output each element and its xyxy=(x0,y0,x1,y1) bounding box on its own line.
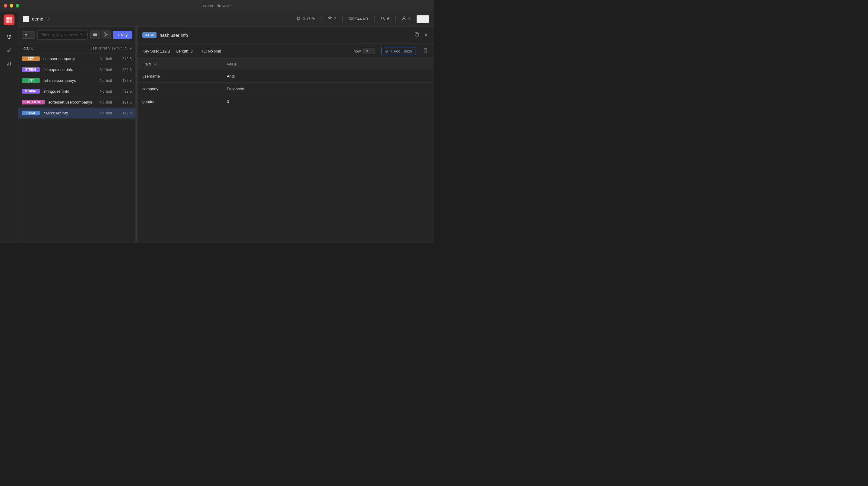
close-button[interactable] xyxy=(4,4,7,7)
svg-rect-2 xyxy=(6,20,9,23)
type-badge-hash: HASH xyxy=(22,111,40,115)
minimize-button[interactable] xyxy=(10,4,13,7)
menu-button[interactable]: ⋮ xyxy=(416,15,429,23)
key-size-label: Key Size: xyxy=(142,49,159,53)
key-ttl: No limit xyxy=(100,57,112,61)
connections-value: 2 xyxy=(334,17,336,21)
ttl-refresh-button[interactable]: ↻ xyxy=(363,48,375,54)
sidebar-item-edit[interactable] xyxy=(4,45,14,56)
key-size: 312 B xyxy=(117,57,132,61)
filter-button[interactable] xyxy=(22,31,35,39)
keys-stat: 6 xyxy=(375,16,396,22)
refresh-dropdown[interactable]: ▾ xyxy=(130,46,132,51)
delete-row-button[interactable] xyxy=(423,86,429,92)
detail-type-badge: HASH xyxy=(142,32,157,38)
plus-icon: ⊕ xyxy=(385,49,389,53)
clients-stat: 3 xyxy=(396,16,416,22)
list-view-button[interactable] xyxy=(90,30,100,39)
table-row[interactable]: company Facebook xyxy=(137,83,434,95)
main-content: ← demo ⓘ 0.17 % xyxy=(18,11,434,243)
tree-view-button[interactable] xyxy=(101,30,111,39)
ttl-label: TTL: xyxy=(199,49,207,53)
length-label: Length: xyxy=(177,49,189,53)
svg-rect-24 xyxy=(104,35,105,36)
app-logo xyxy=(4,15,14,25)
key-name: set:user:companys xyxy=(43,56,100,61)
memory-stat: 944 KB xyxy=(343,16,375,22)
cpu-value: 0.17 % xyxy=(303,17,315,21)
detail-meta: Key Size: 112 B Length: 3 TTL: No limit … xyxy=(137,44,434,59)
type-badge-string: STRING xyxy=(22,67,40,72)
svg-rect-0 xyxy=(6,17,9,20)
delete-key-button[interactable] xyxy=(422,47,429,55)
field-search-button[interactable] xyxy=(153,62,157,67)
refresh-info: Last refresh: 19 min ↻ ▾ xyxy=(91,46,132,51)
window-title: demo - Browser xyxy=(203,4,231,8)
add-fields-label: + Add Fields xyxy=(390,49,412,53)
ttl-selector: now ↻ xyxy=(353,48,375,54)
edit-row-button[interactable] xyxy=(413,86,420,92)
body-split: + Key Total: 6 Last refresh: 19 min ↻ ▾ … xyxy=(18,27,434,243)
key-list-toolbar: + Key xyxy=(18,27,135,44)
connections-stat: 2 xyxy=(321,16,343,22)
svg-rect-5 xyxy=(7,64,8,65)
table-row[interactable]: username Andi xyxy=(137,70,434,83)
svg-point-12 xyxy=(329,18,330,19)
key-row[interactable]: STRING bitmaps:user:info No limit 224 B xyxy=(18,64,135,75)
ttl-value: No limit xyxy=(208,49,221,53)
svg-rect-23 xyxy=(104,33,105,34)
edit-row-button[interactable] xyxy=(413,98,420,105)
length-value: 3 xyxy=(191,49,193,53)
add-key-button[interactable]: + Key xyxy=(113,31,132,39)
key-row[interactable]: SORTED SET sortedset:user:companys No li… xyxy=(18,97,135,108)
ttl-meta: TTL: No limit xyxy=(199,49,221,53)
detail-header: HASH hash:user:info ✕ xyxy=(137,27,434,44)
key-row[interactable]: SET set:user:companys No limit 312 B xyxy=(18,53,135,64)
key-ttl: No limit xyxy=(100,89,112,93)
svg-rect-6 xyxy=(8,62,9,65)
sidebar-item-analytics[interactable] xyxy=(4,58,14,69)
sidebar-item-browser[interactable] xyxy=(4,31,14,42)
close-detail-button[interactable]: ✕ xyxy=(423,31,429,39)
total-count: Total: 6 xyxy=(22,46,33,50)
traffic-lights xyxy=(4,4,19,7)
info-icon[interactable]: ⓘ xyxy=(46,16,50,22)
keys-value: 6 xyxy=(387,17,390,21)
key-list-panel: + Key Total: 6 Last refresh: 19 min ↻ ▾ … xyxy=(18,27,136,243)
svg-rect-14 xyxy=(349,18,350,19)
key-row-active[interactable]: HASH hash:user:info No limit 112 B xyxy=(18,108,135,119)
key-name: sortedset:user:companys xyxy=(48,100,100,105)
key-ttl: No limit xyxy=(100,79,112,83)
svg-rect-21 xyxy=(93,34,97,35)
key-ttl: No limit xyxy=(100,111,112,115)
key-list-info: Total: 6 Last refresh: 19 min ↻ ▾ xyxy=(18,44,135,53)
maximize-button[interactable] xyxy=(16,4,19,7)
connection-title: demo xyxy=(32,16,43,22)
svg-rect-3 xyxy=(9,20,12,23)
key-name: list:user:companys xyxy=(43,78,100,83)
edit-row-button[interactable] xyxy=(413,73,420,79)
type-badge-sorted-set: SORTED SET xyxy=(22,100,44,105)
delete-row-button[interactable] xyxy=(423,98,429,105)
delete-row-button[interactable] xyxy=(423,73,429,79)
svg-rect-22 xyxy=(93,35,97,36)
key-list: SET set:user:companys No limit 312 B STR… xyxy=(18,53,135,243)
memory-icon xyxy=(349,16,353,22)
back-button[interactable]: ← xyxy=(23,16,29,22)
table-row[interactable]: gender 0 xyxy=(137,95,434,108)
value-cell: Facebook xyxy=(227,87,413,91)
sidebar xyxy=(0,11,18,243)
value-cell: 0 xyxy=(227,99,413,104)
search-input[interactable] xyxy=(38,31,88,39)
key-row[interactable]: STRING string:user:info No limit 92 B xyxy=(18,86,135,97)
copy-key-button[interactable] xyxy=(413,31,421,39)
key-row[interactable]: LIST list:user:companys No limit 187 B xyxy=(18,75,135,86)
svg-rect-25 xyxy=(106,34,108,35)
refresh-button[interactable]: ↻ xyxy=(124,46,128,51)
add-fields-button[interactable]: ⊕ + Add Fields xyxy=(381,47,416,55)
value-header-label: Value xyxy=(227,62,237,66)
topbar-stats: 0.17 % 2 xyxy=(290,16,416,22)
table-header: Field Value xyxy=(137,59,434,70)
svg-rect-1 xyxy=(9,17,12,20)
detail-table: Field Value xyxy=(137,59,434,243)
